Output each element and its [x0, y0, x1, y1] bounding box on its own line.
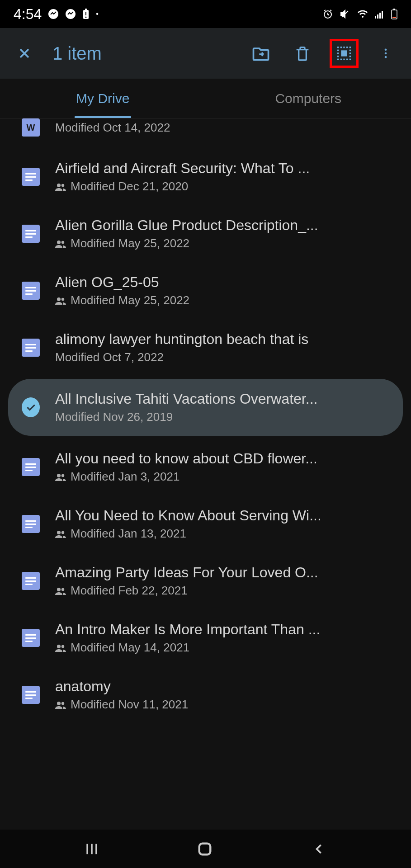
shared-icon [55, 473, 66, 481]
svg-rect-18 [346, 47, 348, 48]
svg-rect-21 [340, 59, 342, 60]
home-nav-button[interactable] [195, 840, 214, 859]
google-doc-icon [22, 339, 40, 357]
file-list: WModified Oct 14, 2022Airfield and Aircr… [0, 118, 411, 723]
file-title: anatomy [55, 678, 396, 695]
google-doc-icon [22, 225, 40, 243]
file-item[interactable]: An Intro Maker Is More Important Than ..… [0, 609, 411, 666]
file-meta: Modified May 25, 2022 [55, 236, 396, 250]
file-text: anatomyModified Nov 11, 2021 [55, 678, 396, 712]
selection-count: 1 item [52, 43, 246, 64]
file-item[interactable]: alimony lawyer huntington beach that isM… [0, 319, 411, 376]
svg-rect-14 [341, 50, 347, 56]
status-time: 4:54 [14, 6, 42, 23]
file-item[interactable]: WModified Oct 14, 2022 [0, 118, 411, 148]
svg-point-31 [385, 49, 387, 51]
shared-icon [55, 183, 66, 191]
google-doc-icon [22, 168, 40, 186]
file-item[interactable]: Alien Gorilla Glue Product Description_.… [0, 205, 411, 262]
delete-button[interactable] [288, 39, 317, 68]
back-nav-button[interactable] [311, 841, 327, 857]
file-meta: Modified Dec 21, 2020 [55, 179, 396, 193]
file-title: All Inclusive Tahiti Vacations Overwater… [55, 391, 387, 407]
battery-alert-icon [82, 9, 90, 19]
svg-point-42 [57, 531, 61, 534]
svg-rect-17 [343, 47, 345, 48]
svg-rect-12 [393, 9, 395, 10]
svg-rect-50 [199, 843, 211, 854]
svg-point-33 [385, 56, 387, 58]
svg-point-35 [61, 184, 64, 186]
move-button[interactable] [246, 39, 275, 68]
google-doc-icon [22, 572, 40, 590]
file-title: Amazing Party Ideas For Your Loved O... [55, 564, 396, 581]
messenger-icon [65, 9, 76, 19]
wifi-icon [357, 9, 368, 19]
file-item[interactable]: Alien OG_25-05Modified May 25, 2022 [0, 262, 411, 319]
svg-point-45 [61, 588, 64, 590]
close-button[interactable] [11, 40, 38, 67]
select-all-button[interactable] [330, 39, 359, 68]
app-bar: 1 item [0, 28, 411, 79]
file-meta: Modified Jan 13, 2021 [55, 527, 396, 541]
file-title: All you need to know about CBD flower... [55, 450, 396, 467]
svg-rect-29 [350, 52, 351, 54]
svg-point-5 [85, 17, 87, 18]
file-meta: Modified Oct 14, 2022 [55, 121, 396, 135]
status-bar: 4:54 • [0, 0, 411, 28]
file-text: All You Need to Know About Serving Wi...… [55, 507, 396, 541]
svg-rect-27 [337, 56, 339, 57]
file-item[interactable]: All You Need to Know About Serving Wi...… [0, 495, 411, 552]
svg-rect-20 [337, 59, 339, 60]
file-meta: Modified Nov 26, 2019 [55, 410, 387, 424]
svg-rect-7 [375, 16, 376, 19]
tab-computers[interactable]: Computers [206, 79, 411, 118]
file-text: Modified Oct 14, 2022 [55, 121, 396, 135]
svg-rect-9 [379, 13, 381, 19]
svg-rect-19 [350, 47, 351, 48]
file-meta: Modified Jan 3, 2021 [55, 470, 396, 484]
shared-icon [55, 530, 66, 538]
svg-rect-15 [337, 47, 339, 48]
svg-rect-4 [85, 12, 86, 15]
selected-check-icon [22, 398, 40, 416]
file-text: alimony lawyer huntington beach that isM… [55, 331, 396, 364]
file-item[interactable]: Airfield and Aircraft Security: What To … [0, 148, 411, 205]
recents-nav-button[interactable] [84, 841, 99, 857]
nav-bar [0, 830, 411, 868]
google-doc-icon [22, 515, 40, 533]
file-title: All You Need to Know About Serving Wi... [55, 507, 396, 524]
svg-rect-8 [377, 14, 378, 19]
svg-rect-3 [85, 9, 87, 10]
svg-rect-30 [350, 56, 351, 57]
file-item[interactable]: All you need to know about CBD flower...… [0, 439, 411, 495]
tab-my-drive[interactable]: My Drive [0, 79, 206, 118]
svg-rect-22 [343, 59, 345, 60]
file-meta: Modified Nov 11, 2021 [55, 698, 396, 712]
file-meta: Modified Feb 22, 2021 [55, 584, 396, 598]
svg-point-46 [57, 645, 61, 648]
more-options-button[interactable] [371, 39, 400, 68]
messenger-icon [48, 9, 59, 19]
file-text: Alien Gorilla Glue Product Description_.… [55, 217, 396, 250]
shared-icon [55, 240, 66, 248]
file-item[interactable]: anatomyModified Nov 11, 2021 [0, 666, 411, 723]
svg-rect-16 [340, 47, 342, 48]
file-item[interactable]: All Inclusive Tahiti Vacations Overwater… [8, 379, 403, 436]
file-text: Amazing Party Ideas For Your Loved O...M… [55, 564, 396, 598]
file-item[interactable]: Amazing Party Ideas For Your Loved O...M… [0, 552, 411, 609]
google-doc-icon [22, 282, 40, 300]
file-title: alimony lawyer huntington beach that is [55, 331, 396, 348]
dot-icon: • [96, 10, 99, 18]
file-title: Airfield and Aircraft Security: What To … [55, 160, 396, 177]
svg-rect-26 [337, 52, 339, 54]
file-meta: Modified May 14, 2021 [55, 641, 396, 655]
svg-point-32 [385, 52, 387, 55]
svg-point-34 [57, 184, 61, 187]
google-doc-icon [22, 686, 40, 704]
file-title: Alien Gorilla Glue Product Description_.… [55, 217, 396, 234]
svg-point-48 [57, 702, 61, 705]
signal-icon [375, 9, 385, 19]
svg-point-39 [61, 297, 64, 300]
svg-rect-23 [346, 59, 348, 60]
